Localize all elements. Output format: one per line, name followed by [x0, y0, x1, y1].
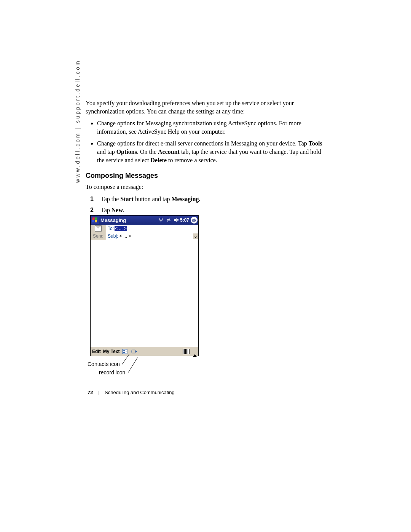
svg-rect-13	[132, 350, 135, 353]
record-icon[interactable]	[131, 349, 138, 354]
svg-rect-10	[123, 352, 125, 353]
subj-label: Subj:	[108, 233, 118, 239]
device-bottom-bar: Edit My Text	[91, 347, 198, 356]
contacts-icon[interactable]	[122, 349, 129, 354]
bullet-item: Change options for direct e-mail server …	[97, 139, 329, 164]
edit-menu[interactable]: Edit	[92, 349, 101, 354]
subj-field[interactable]: < ... >	[119, 233, 131, 239]
callout-line	[128, 358, 138, 373]
steps-list: Tap the Start button and tap Messaging. …	[86, 195, 329, 214]
svg-rect-1	[95, 217, 97, 220]
speaker-icon[interactable]	[173, 217, 179, 223]
contacts-callout: Contacts icon	[88, 361, 120, 367]
section-title: Scheduling and Communicating	[105, 390, 175, 395]
intro-paragraph: You specify your downloading preferences…	[86, 99, 329, 115]
to-label: To:	[108, 226, 114, 231]
send-button[interactable]: Send	[91, 232, 106, 240]
mytext-menu[interactable]: My Text	[103, 349, 120, 354]
clock-time: 5:07	[180, 217, 189, 223]
bullet-list: Change options for Messaging synchroniza…	[86, 119, 329, 164]
page-footer: 72 | Scheduling and Communicating	[88, 390, 175, 395]
app-title: Messaging	[100, 217, 157, 223]
device-screenshot: Messaging 5:07 ok To: < ... > Se	[90, 215, 199, 356]
ok-button[interactable]: ok	[191, 217, 198, 224]
antenna-icon[interactable]	[158, 217, 164, 223]
main-content: You specify your downloading preferences…	[86, 99, 329, 217]
start-icon[interactable]	[91, 216, 99, 224]
sync-icon[interactable]	[166, 217, 172, 223]
svg-rect-3	[95, 220, 97, 222]
svg-point-9	[123, 350, 125, 351]
record-callout: record icon	[99, 369, 125, 375]
step-item: Tap the Start button and tap Messaging.	[97, 195, 329, 203]
to-field[interactable]: < ... >	[115, 226, 127, 231]
compose-intro: To compose a message:	[86, 183, 329, 191]
step-item: Tap New.	[97, 206, 329, 214]
svg-rect-0	[92, 217, 95, 220]
section-heading: Composing Messages	[86, 172, 329, 180]
sidebar-url: www.dell.com | support.dell.com	[75, 59, 81, 183]
envelope-icon[interactable]	[91, 225, 106, 232]
chevron-down-icon[interactable]: ⌄	[193, 233, 198, 239]
page-number: 72	[88, 390, 93, 395]
bullet-item: Change options for Messaging synchroniza…	[97, 119, 329, 136]
svg-rect-2	[92, 220, 94, 222]
keyboard-icon[interactable]	[183, 349, 190, 354]
message-body[interactable]	[91, 240, 198, 347]
menu-up-icon[interactable]	[192, 349, 197, 354]
device-titlebar: Messaging 5:07 ok	[91, 216, 198, 225]
compose-header: To: < ... > Send Subj: < ... > ⌄	[91, 225, 198, 240]
svg-point-14	[135, 351, 137, 352]
